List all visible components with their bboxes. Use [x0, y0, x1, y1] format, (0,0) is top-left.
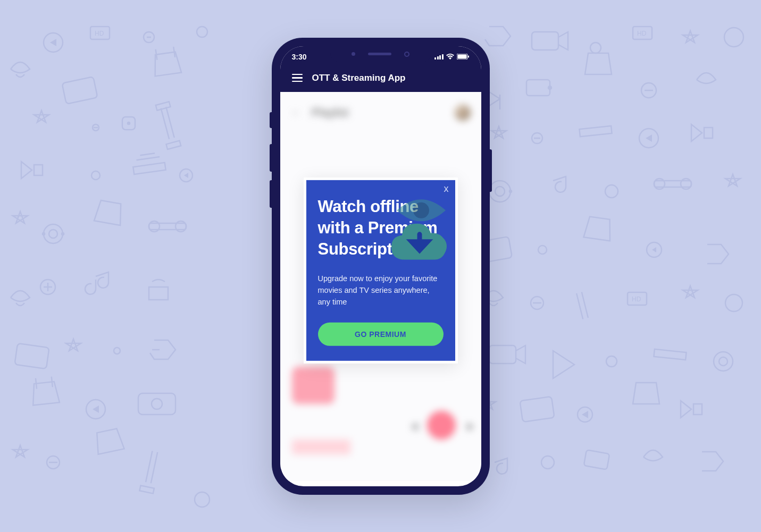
svg-point-48	[725, 294, 742, 311]
battery-icon	[457, 54, 470, 60]
modal-body-text: Upgrade now to enjoy your favorite movie…	[318, 273, 444, 308]
svg-point-35	[495, 187, 505, 196]
phone-screen: 3:30 OTT & Streaming App ← Playlist	[280, 46, 481, 486]
svg-rect-39	[654, 181, 691, 187]
svg-point-38	[605, 185, 618, 198]
svg-point-50	[606, 356, 617, 367]
svg-point-10	[44, 224, 63, 243]
svg-point-62	[413, 202, 429, 218]
svg-rect-60	[457, 55, 466, 59]
phone-volume-down	[270, 180, 273, 208]
svg-rect-49	[489, 345, 516, 364]
svg-point-55	[541, 456, 554, 469]
close-button[interactable]: x	[444, 183, 449, 195]
svg-point-34	[489, 181, 511, 202]
svg-point-8	[91, 171, 100, 180]
svg-rect-53	[520, 396, 555, 422]
bg-screen-title: Playlist	[312, 106, 349, 120]
svg-point-25	[590, 43, 601, 53]
phone-notch	[330, 46, 431, 62]
back-icon: ←	[291, 106, 302, 119]
modal-illustration	[389, 195, 448, 264]
app-header: OTT & Streaming App	[280, 67, 481, 92]
app-content: ← Playlist x	[280, 92, 481, 481]
svg-rect-21	[138, 393, 175, 415]
phone-volume-up	[270, 144, 273, 172]
menu-icon[interactable]	[292, 74, 303, 82]
svg-rect-29	[526, 80, 550, 96]
svg-point-12	[43, 233, 45, 235]
signal-icon	[434, 54, 444, 60]
svg-rect-61	[468, 56, 469, 58]
download-cloud-icon	[391, 219, 448, 260]
svg-point-7	[128, 122, 130, 124]
svg-point-52	[719, 357, 727, 366]
svg-point-11	[49, 230, 57, 238]
svg-point-22	[152, 399, 162, 409]
svg-point-43	[538, 246, 547, 254]
phone-mute-switch	[270, 112, 273, 128]
svg-rect-4	[62, 77, 97, 104]
app-title: OTT & Streaming App	[312, 73, 406, 83]
svg-rect-18	[15, 343, 49, 369]
svg-point-37	[509, 190, 512, 192]
svg-text:HD: HD	[632, 295, 641, 303]
svg-rect-56	[584, 450, 610, 469]
svg-point-30	[548, 86, 551, 89]
svg-point-51	[714, 352, 733, 371]
premium-upsell-modal: x Watch offline with a Premium Subscript…	[304, 178, 458, 364]
svg-point-57	[197, 27, 207, 37]
phone-device-frame: 3:30 OTT & Streaming App ← Playlist	[272, 38, 490, 495]
avatar	[455, 105, 471, 121]
svg-point-13	[62, 233, 64, 235]
phone-power-button	[489, 149, 492, 192]
status-time: 3:30	[292, 53, 307, 61]
go-premium-button[interactable]: GO PREMIUM	[318, 323, 444, 346]
svg-rect-14	[149, 223, 186, 230]
svg-point-58	[195, 492, 210, 507]
svg-point-19	[114, 348, 120, 354]
svg-text:HD: HD	[95, 30, 104, 37]
svg-rect-24	[532, 32, 558, 50]
wifi-icon	[446, 54, 454, 60]
svg-point-28	[724, 28, 743, 47]
svg-text:HD: HD	[637, 30, 647, 37]
